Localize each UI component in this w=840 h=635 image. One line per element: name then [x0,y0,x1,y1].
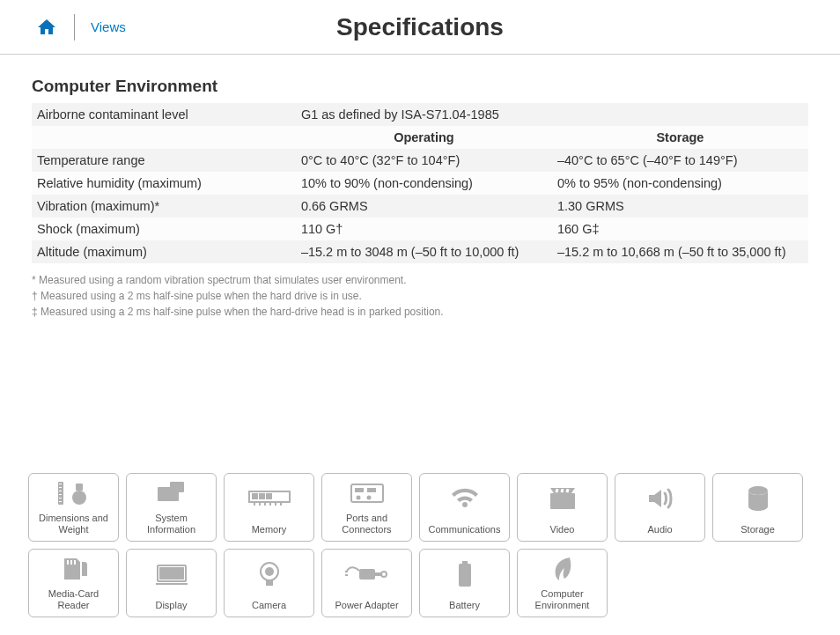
home-icon[interactable] [35,17,58,38]
tile-label: Memory [248,524,291,535]
content: Computer Environment Airborne contaminan… [0,55,840,320]
tile-label: Camera [248,600,290,611]
views-link[interactable]: Views [91,19,126,34]
svg-rect-32 [70,560,72,565]
tile-label: Media-Card Reader [29,588,118,611]
tile-label: Computer Environment [518,588,607,611]
header-divider [74,14,75,41]
svg-rect-20 [267,494,271,498]
battery-icon [457,550,473,600]
row-storage: 1.30 GRMS [552,195,808,218]
row-value: G1 as defined by ISA-S71.04-1985 [296,103,808,126]
memory-icon [247,474,291,524]
tile-dimensions[interactable]: Dimensions and Weight [28,473,119,542]
tile-memory[interactable]: Memory [224,473,314,542]
svg-rect-21 [351,484,383,502]
svg-rect-40 [359,569,375,580]
tile-label: Display [151,600,190,611]
svg-rect-22 [355,488,364,492]
footnote: † Measured using a 2 ms half-sine pulse … [32,288,808,304]
tile-sd-card[interactable]: Media-Card Reader [28,549,119,617]
tile-battery[interactable]: Battery [419,549,510,617]
svg-rect-45 [462,561,468,564]
svg-rect-8 [76,484,83,491]
power-icon [345,550,389,600]
video-icon [547,474,578,524]
svg-point-24 [356,495,360,499]
wifi-icon [449,474,481,524]
row-operating: 0°C to 40°C (32°F to 104°F) [296,149,552,172]
column-header-operating: Operating [296,126,552,149]
tile-system-info[interactable]: System Information [126,473,217,542]
row-label: Temperature range [32,149,296,172]
svg-rect-3 [59,491,62,491]
row-label: Relative humidity (maximum) [32,172,296,195]
svg-rect-44 [345,574,348,576]
svg-rect-10 [170,482,184,492]
row-operating: 110 G† [296,218,552,240]
tile-label: Audio [644,524,675,535]
svg-rect-46 [459,564,471,587]
row-operating: –15.2 m to 3048 m (–50 ft to 10,000 ft) [296,240,552,263]
tile-camera[interactable]: Camera [224,549,314,617]
row-label: Vibration (maximum)* [32,195,296,218]
svg-rect-2 [59,487,62,488]
tile-video[interactable]: Video [517,473,608,542]
svg-rect-6 [59,501,62,502]
specs-table: Airborne contaminant level G1 as defined… [32,103,808,263]
header: Views Specifications [0,0,840,55]
row-label: Airborne contaminant level [32,103,296,126]
ports-icon [350,474,385,513]
leaf-icon [550,550,575,588]
tile-label: Ports and Connectors [322,513,411,535]
svg-rect-18 [253,494,257,498]
svg-point-7 [72,491,86,505]
svg-rect-19 [260,494,264,498]
section-title: Computer Environment [32,77,808,96]
row-storage: –15.2 m to 10,668 m (–50 ft to 35,000 ft… [552,240,808,263]
svg-point-30 [748,486,768,495]
svg-rect-1 [59,484,62,484]
tile-storage-db[interactable]: Storage [712,473,803,542]
storage-db-icon [747,474,770,524]
svg-rect-26 [550,493,575,509]
audio-icon [645,474,675,524]
tile-leaf[interactable]: Computer Environment [517,549,608,617]
camera-icon [256,550,283,600]
tile-ports[interactable]: Ports and Connectors [321,473,412,542]
system-info-icon [154,474,189,513]
svg-rect-5 [59,498,62,498]
tile-label: Power Adapter [331,600,402,611]
row-storage: 160 G‡ [552,218,808,240]
tile-label: Battery [446,600,483,611]
row-operating: 10% to 90% (non-condensing) [296,172,552,195]
svg-rect-31 [67,560,69,565]
dimensions-icon [56,474,92,513]
tile-label: Storage [737,524,778,535]
svg-point-42 [381,572,387,577]
row-label: Shock (maximum) [32,218,296,240]
svg-rect-36 [156,583,188,585]
row-label: Altitude (maximum) [32,240,296,263]
tile-wifi[interactable]: Communications [419,473,510,542]
tile-power[interactable]: Power Adapter [321,549,412,617]
row-operating: 0.66 GRMS [296,195,552,218]
footnotes: * Measured using a random vibration spec… [32,272,808,320]
tile-label: System Information [127,513,216,535]
nav-tiles: Dimensions and WeightSystem InformationM… [28,473,812,617]
svg-point-38 [265,567,274,576]
tile-audio[interactable]: Audio [615,473,705,542]
svg-rect-33 [74,560,76,565]
display-icon [154,550,189,600]
svg-rect-39 [266,580,273,586]
tile-label: Dimensions and Weight [29,513,118,535]
svg-rect-35 [159,567,184,580]
footnote: ‡ Measured using a 2 ms half-sine pulse … [32,304,808,320]
row-storage: –40°C to 65°C (–40°F to 149°F) [552,149,808,172]
sd-card-icon [59,550,89,588]
footnote: * Measured using a random vibration spec… [32,272,808,288]
tile-display[interactable]: Display [126,549,217,617]
row-storage: 0% to 95% (non-condensing) [552,172,808,195]
svg-rect-23 [367,488,376,492]
page-title: Specifications [336,13,504,41]
